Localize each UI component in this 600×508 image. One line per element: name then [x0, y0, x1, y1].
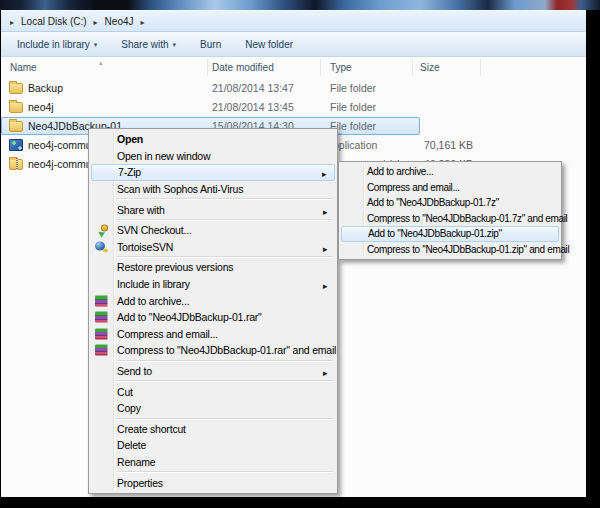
column-divider — [480, 59, 481, 76]
menu-item-add-to-neo4jdbbackup-01-7z[interactable]: Add to "Neo4JDbBackup-01.7z" — [341, 195, 559, 211]
menu-item-open[interactable]: Open — [91, 131, 335, 148]
winrar-icon — [95, 328, 108, 339]
menu-item-delete[interactable]: Delete — [91, 437, 335, 454]
app-icon — [9, 139, 23, 151]
submenu-arrow-icon — [323, 279, 331, 289]
menu-item-compress-to-neo4jdbbackup-01-zip-and-email[interactable]: Compress to "Neo4JDbBackup-01.zip" and e… — [341, 242, 559, 258]
menu-item-add-to-archive[interactable]: Add to archive... — [91, 292, 335, 309]
folder-icon — [9, 102, 23, 113]
menu-item-scan-with-sophos-anti-virus[interactable]: Scan with Sophos Anti-Virus — [91, 181, 335, 198]
column-header-size[interactable]: Size — [420, 62, 439, 73]
tortoise-icon — [95, 241, 108, 252]
column-divider — [207, 59, 208, 76]
menu-item-7-zip[interactable]: 7-Zip — [91, 164, 335, 181]
file-date: 21/08/2014 13:47 — [212, 82, 294, 94]
breadcrumb-arrow-icon — [5, 16, 19, 27]
menu-item-add-to-archive[interactable]: Add to archive... — [341, 164, 559, 180]
menu-item-send-to[interactable]: Send to — [91, 363, 335, 380]
winrar-icon — [95, 312, 108, 323]
menu-item-svn-checkout[interactable]: SVN Checkout... — [91, 222, 335, 239]
toolbar-button-include-in-library[interactable]: Include in library — [13, 36, 101, 53]
submenu-arrow-icon — [323, 242, 331, 252]
menu-item-cut[interactable]: Cut — [91, 383, 335, 400]
file-type: File folder — [330, 101, 376, 113]
toolbar-button-burn[interactable]: Burn — [196, 36, 225, 53]
submenu-arrow-icon — [323, 366, 331, 376]
folder-icon — [9, 83, 23, 94]
menu-item-compress-to-neo4jdbbackup-01-rar-and-email[interactable]: Compress to "Neo4JDbBackup-01.rar" and e… — [91, 342, 335, 359]
sort-ascending-icon — [99, 56, 103, 67]
command-toolbar: Include in libraryShare withBurnNew fold… — [1, 32, 586, 57]
file-date: 21/08/2014 13:45 — [212, 101, 294, 113]
toolbar-button-share-with[interactable]: Share with — [117, 36, 180, 53]
menu-item-compress-to-neo4jdbbackup-01-7z-and-email[interactable]: Compress to "Neo4JDbBackup-01.7z" and em… — [341, 211, 559, 227]
column-header-name[interactable]: Name — [10, 62, 37, 73]
menu-item-compress-and-email[interactable]: Compress and email... — [341, 180, 559, 196]
column-header-type[interactable]: Type — [330, 62, 352, 73]
menu-item-add-to-neo4jdbbackup-01-zip[interactable]: Add to "Neo4JDbBackup-01.zip" — [341, 226, 559, 242]
file-name: neo4j — [28, 101, 54, 113]
menu-item-include-in-library[interactable]: Include in library — [91, 276, 335, 293]
menu-item-share-with[interactable]: Share with — [91, 201, 335, 218]
column-divider — [320, 59, 321, 76]
file-name: Backup — [28, 82, 63, 94]
file-row-backup[interactable]: Backup21/08/2014 13:47File folder — [1, 79, 586, 98]
7zip-submenu: Add to archive...Compress and email...Ad… — [338, 161, 562, 260]
toolbar-button-new-folder[interactable]: New folder — [241, 36, 297, 53]
menu-item-tortoisesvn[interactable]: TortoiseSVN — [91, 239, 335, 256]
menu-item-properties[interactable]: Properties — [91, 474, 335, 491]
svn-icon — [95, 225, 108, 236]
submenu-arrow-icon — [323, 205, 331, 215]
file-type: File folder — [330, 82, 376, 94]
breadcrumb-item-neo4j[interactable]: Neo4J — [103, 15, 136, 28]
winrar-icon — [95, 345, 108, 356]
menu-item-rename[interactable]: Rename — [91, 454, 335, 471]
context-menu: OpenOpen in new window7-ZipScan with Sop… — [88, 128, 338, 494]
folder-icon — [9, 121, 23, 132]
submenu-arrow-icon — [322, 167, 330, 177]
menu-item-add-to-neo4jdbbackup-01-rar[interactable]: Add to "Neo4JDbBackup-01.rar" — [91, 309, 335, 326]
column-divider — [412, 59, 413, 76]
cropped-titlebar-strip — [0, 0, 600, 10]
menu-item-open-in-new-window[interactable]: Open in new window — [91, 148, 335, 165]
menu-item-compress-and-email[interactable]: Compress and email... — [91, 326, 335, 343]
column-header-date-modified[interactable]: Date modified — [212, 62, 274, 73]
file-row-neo4j[interactable]: neo4j21/08/2014 13:45File folder — [1, 98, 586, 117]
zip-icon — [9, 159, 23, 170]
breadcrumb: Local Disk (C:)Neo4J — [1, 10, 586, 32]
file-size: 70,161 KB — [373, 139, 473, 151]
breadcrumb-item-local-disk-c[interactable]: Local Disk (C:) — [19, 15, 89, 28]
breadcrumb-arrow-icon — [136, 16, 150, 27]
column-header-row: NameDate modifiedTypeSize — [1, 57, 586, 78]
chevron-down-icon — [90, 39, 98, 50]
menu-item-copy[interactable]: Copy — [91, 400, 335, 417]
menu-separator — [91, 417, 335, 421]
menu-item-create-shortcut[interactable]: Create shortcut — [91, 421, 335, 438]
breadcrumb-arrow-icon — [89, 16, 103, 27]
chevron-down-icon — [169, 39, 177, 50]
menu-item-restore-previous-versions[interactable]: Restore previous versions — [91, 259, 335, 276]
file-name: neo4j-commu — [28, 139, 92, 151]
winrar-icon — [95, 295, 108, 306]
file-name: neo4j-commu — [28, 158, 92, 170]
screen: Local Disk (C:)Neo4J Include in libraryS… — [0, 0, 600, 508]
